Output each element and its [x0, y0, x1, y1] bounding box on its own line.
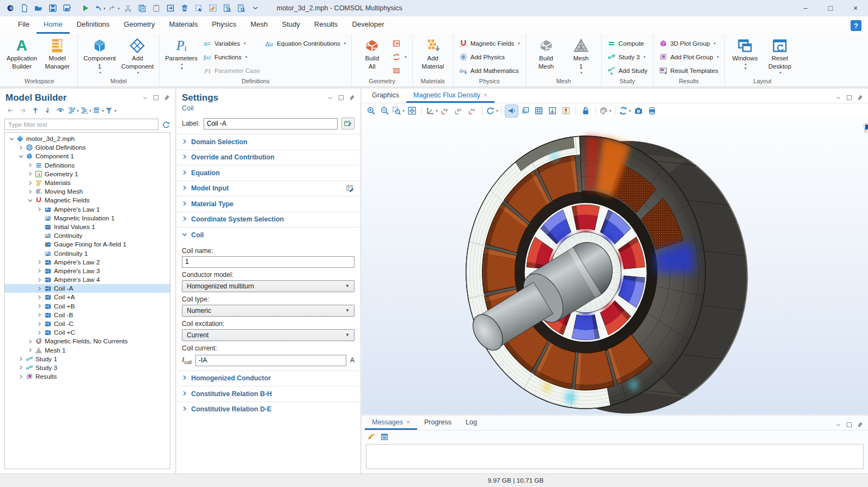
label-field-input[interactable]	[204, 118, 338, 130]
graphics-view-yz[interactable]: yz	[453, 105, 465, 117]
tree-item-magnetic-insulation-1[interactable]: D⋈Magnetic Insulation 1	[5, 214, 170, 223]
messages-tab-progress[interactable]: Progress	[417, 416, 459, 430]
dropdown-arrow-icon[interactable]	[142, 94, 149, 101]
float-window-icon[interactable]	[846, 421, 853, 428]
graphics-zoom-out[interactable]	[378, 105, 391, 117]
section-model-input[interactable]: Model Input	[176, 181, 360, 196]
refresh-filter-icon[interactable]	[162, 120, 170, 129]
tree-item-definitions[interactable]: Definitions	[5, 161, 170, 170]
graphics-view-xz[interactable]: xz	[466, 105, 479, 117]
expand-twisty-icon[interactable]	[17, 365, 25, 370]
ribbon-button-add-plot-group[interactable]: Add Plot Group▾	[656, 50, 722, 64]
graphics-color-palette[interactable]: ▾	[599, 105, 612, 117]
mb-filter-funnel[interactable]: ▾	[105, 105, 117, 116]
edit-model-input-icon[interactable]	[346, 184, 354, 193]
tree-item-component-1[interactable]: Component 1	[5, 152, 170, 161]
tree-item-coil-a[interactable]: Coil +A	[5, 293, 170, 301]
coil-name-input[interactable]	[182, 256, 354, 268]
close-tab-icon[interactable]: ×	[484, 91, 487, 99]
section-equation[interactable]: Equation	[176, 165, 360, 181]
tree-item-coil-a[interactable]: Coil -A	[5, 284, 170, 293]
rename-button[interactable]	[341, 118, 354, 130]
pin-icon[interactable]	[857, 94, 864, 101]
expand-twisty-icon[interactable]	[27, 339, 34, 344]
ribbon-button-magnetic-fields[interactable]: +−Magnetic Fields▾	[456, 36, 523, 50]
tree-item-amp-re-s-law-4[interactable]: Ampère's Law 4	[5, 275, 170, 284]
ribbon-button-insert-sequence[interactable]	[389, 36, 409, 50]
ribbon-button-application-builder[interactable]: AApplicationBuilder	[4, 36, 40, 71]
mb-show-eye[interactable]	[54, 105, 66, 116]
collapse-twisty-icon[interactable]	[8, 137, 15, 141]
expand-twisty-icon[interactable]	[36, 268, 43, 273]
expand-twisty-icon[interactable]	[36, 286, 43, 291]
section-material-type[interactable]: Material Type	[176, 196, 360, 212]
ribbon-button-virtual-operations[interactable]	[389, 64, 409, 77]
qat-find-settings[interactable]	[234, 2, 248, 15]
messages-tab-log[interactable]: Log	[459, 416, 484, 430]
graphics-canvas[interactable]	[362, 118, 868, 414]
mb-collapse-nodes[interactable]: ▾	[80, 105, 91, 116]
ribbon-button-rebuild[interactable]: ▾	[389, 50, 409, 64]
graphics-tab-magnetic-flux-density[interactable]: Magnetic Flux Density×	[406, 89, 494, 103]
collapse-twisty-icon[interactable]	[27, 198, 34, 203]
tab-materials[interactable]: Materials	[162, 16, 205, 34]
expand-twisty-icon[interactable]	[17, 145, 25, 150]
tab-results[interactable]: Results	[307, 16, 345, 34]
pin-icon[interactable]	[349, 94, 356, 101]
expand-twisty-icon[interactable]	[36, 278, 43, 282]
close-button[interactable]: ×	[843, 0, 868, 16]
coil-excitation-select[interactable]: Current▼	[182, 329, 354, 341]
qat-customize-chevron[interactable]	[248, 2, 262, 15]
graphics-tab-graphics[interactable]: Graphics	[365, 89, 406, 103]
tab-mesh[interactable]: Mesh	[243, 16, 275, 34]
messages-open-message-window[interactable]	[380, 433, 389, 441]
tree-item-moving-mesh[interactable]: Moving Mesh	[5, 187, 170, 196]
expand-twisty-icon[interactable]	[36, 304, 43, 309]
tree-item-initial-values-1[interactable]: Initial Values 1	[5, 223, 170, 231]
dropdown-arrow-icon[interactable]	[327, 94, 334, 101]
graphics-zoom-extents[interactable]	[406, 105, 418, 117]
tab-home[interactable]: Home	[36, 16, 70, 34]
expand-twisty-icon[interactable]	[27, 189, 34, 194]
graphics-rotate-view[interactable]: ▾	[486, 105, 498, 117]
graphics-zoom-box[interactable]: ▾	[392, 105, 405, 117]
coil-type-select[interactable]: Numeric▼	[182, 305, 354, 317]
tab-developer[interactable]: Developer	[345, 16, 391, 34]
ribbon-button-result-templates[interactable]: Result Templates	[656, 64, 722, 77]
expand-twisty-icon[interactable]	[36, 295, 43, 300]
tree-filter-input[interactable]	[4, 119, 158, 130]
tree-item-amp-re-s-law-2[interactable]: Ampère's Law 2	[5, 258, 170, 267]
ribbon-button-build-mesh[interactable]: BuildMesh	[529, 36, 564, 71]
tab-definitions[interactable]: Definitions	[70, 16, 117, 34]
section-override-and-contribution[interactable]: Override and Contribution	[176, 150, 360, 165]
expand-twisty-icon[interactable]	[27, 348, 34, 353]
ribbon-button-3d-plot-group[interactable]: 3D Plot Group▾	[656, 36, 722, 50]
ribbon-button-windows[interactable]: Windows ▾▾	[728, 36, 762, 71]
pin-icon[interactable]	[857, 421, 864, 428]
expand-twisty-icon[interactable]	[36, 322, 43, 326]
qat-new-file[interactable]	[17, 2, 32, 15]
qat-select-box[interactable]	[192, 2, 206, 15]
ribbon-button-add-physics[interactable]: Add Physics	[456, 50, 523, 64]
graphics-scene-light[interactable]	[505, 105, 518, 117]
mb-expand-nodes[interactable]: ▾	[67, 105, 79, 116]
tree-item-amp-re-s-law-3[interactable]: Ampère's Law 3	[5, 267, 170, 275]
expand-twisty-icon[interactable]	[36, 330, 43, 335]
expand-twisty-icon[interactable]	[17, 374, 25, 379]
ribbon-button-functions[interactable]: f(x)Functions▾	[200, 50, 263, 64]
ribbon-button-variables[interactable]: a=Variables▾	[200, 36, 263, 50]
mb-move-down[interactable]	[42, 105, 54, 116]
section-constitutive-relation-d-e[interactable]: Constitutive Relation D-E	[176, 402, 360, 417]
tree-item-magnetic-fields-no-currents[interactable]: ✱Magnetic Fields, No Currents	[5, 337, 170, 346]
expand-twisty-icon[interactable]	[27, 163, 34, 168]
ribbon-button-build-all[interactable]: BuildAll	[354, 36, 389, 71]
tree-item-coil-b[interactable]: Coil -B	[5, 311, 170, 319]
tree-item-motor-3d-2-mph[interactable]: motor_3d_2.mph	[5, 134, 170, 143]
messages-tab-messages[interactable]: Messages×	[365, 416, 417, 430]
qat-clear-selection[interactable]	[206, 2, 220, 15]
qat-copy[interactable]	[135, 2, 149, 15]
mb-node-columns[interactable]: ▾	[92, 105, 104, 116]
tree-item-study-3[interactable]: Study 3	[5, 363, 170, 372]
graphics-update-plot[interactable]: ▾	[619, 105, 631, 117]
tab-study[interactable]: Study	[275, 16, 307, 34]
